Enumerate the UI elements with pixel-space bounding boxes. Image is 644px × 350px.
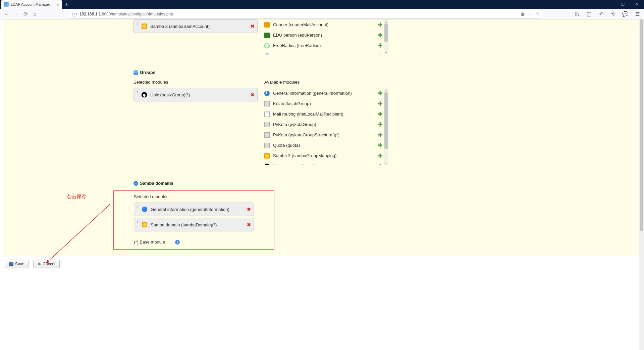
menu-icon[interactable]: ☰: [633, 9, 642, 19]
add-module-button[interactable]: ✚: [378, 32, 382, 38]
groups-available-module: Mail routing (inetLocalMailRecipient)✚: [264, 109, 382, 119]
drag-handle-icon[interactable]: ↕: [137, 22, 138, 25]
drag-handle-icon[interactable]: ↕: [137, 220, 139, 224]
tab-close-icon[interactable]: ×: [56, 2, 59, 7]
help-icon[interactable]: ?: [175, 240, 180, 245]
site-info-icon[interactable]: i: [72, 12, 77, 16]
new-tab-button[interactable]: +: [65, 1, 68, 7]
cancel-x-icon: ✖: [38, 262, 41, 266]
module-name: Quota (quota): [273, 143, 378, 148]
library-icon[interactable]: ⫴\: [572, 9, 582, 19]
add-module-button[interactable]: ✚: [378, 53, 382, 54]
scroll-up-icon[interactable]: ▴: [384, 19, 388, 24]
save-disk-icon: [9, 262, 13, 266]
window-maximize-button[interactable]: ❐: [616, 0, 630, 9]
samba-selected-module[interactable]: ↕Samba domain (sambaDomain)(*)✖: [134, 218, 254, 231]
remove-module-button[interactable]: ✖: [247, 207, 251, 212]
module-name: Unix (posixGroup)(*): [150, 92, 251, 97]
samba-title: Samba domains: [140, 181, 173, 186]
scroll-thumb[interactable]: [384, 92, 388, 149]
module-icon: [264, 43, 270, 48]
module-icon: [142, 92, 147, 97]
samba-highlight-box: Selected modules ↕General information (g…: [113, 190, 274, 250]
samba-selected-module[interactable]: ↕General information (generalInformation…: [134, 203, 254, 216]
add-module-button[interactable]: ✚: [378, 121, 382, 128]
drag-handle-icon[interactable]: ↕: [137, 90, 138, 94]
groups-selected-module[interactable]: ↕Unix (posixGroup)(*)✖: [133, 88, 258, 101]
browser-tab[interactable]: LDAP Account Manager Con ×: [1, 0, 62, 9]
module-icon: [264, 164, 270, 166]
drag-handle-icon[interactable]: ↕: [137, 205, 139, 208]
window-minimize-button[interactable]: —: [602, 0, 616, 9]
module-icon: [142, 24, 147, 29]
module-name: PyKota (pykotaGroupStructural)(*): [273, 132, 378, 137]
page-actions-icon[interactable]: ⋯: [528, 11, 532, 16]
page-scroll-thumb[interactable]: [640, 19, 643, 231]
window-close-button[interactable]: ✕: [630, 0, 644, 9]
add-module-button[interactable]: ✚: [378, 100, 382, 107]
page-scrollbar[interactable]: [639, 19, 644, 350]
add-module-button[interactable]: ✚: [378, 132, 382, 138]
groups-icon: [133, 70, 138, 75]
users-available-module: General information (generalInformation)…: [264, 51, 382, 54]
remove-module-button[interactable]: ✖: [247, 222, 251, 227]
module-name: FreeRadius (freeRadius): [273, 43, 378, 48]
module-icon: [264, 132, 270, 138]
tab-favicon: [4, 2, 9, 7]
undo-icon[interactable]: ↶: [596, 9, 606, 19]
scroll-thumb[interactable]: [384, 24, 388, 42]
browser-titlebar: LDAP Account Manager Con × + — ❐ ✕: [0, 0, 644, 9]
svg-line-0: [46, 204, 110, 263]
browser-toolbar: ← → ⟳ ⌂ i 192.168.1.1:8080/templates/con…: [0, 9, 644, 19]
scroll-down-icon[interactable]: ▾: [384, 161, 388, 165]
module-name: General information (generalInformation): [273, 53, 378, 54]
module-icon: [264, 101, 270, 106]
users-available-scrollbar[interactable]: ▴ ▾: [384, 19, 388, 54]
add-module-button[interactable]: ✚: [378, 21, 382, 28]
add-module-button[interactable]: ✚: [378, 111, 382, 117]
module-name: Samba 3 (sambaGroupMapping): [273, 153, 378, 158]
add-module-button[interactable]: ✚: [378, 163, 382, 165]
page-viewport: ↕Samba 3 (sambaSamAccount)✖ Courier (cou…: [0, 19, 644, 350]
add-module-button[interactable]: ✚: [378, 90, 382, 96]
groups-title: Groups: [140, 70, 155, 75]
sidebar-icon[interactable]: ◫: [584, 9, 594, 19]
module-name: Kolab (kolabGroup): [273, 101, 378, 106]
globe-icon: [133, 181, 138, 186]
users-available-module: EDU person (eduPerson)✚: [264, 30, 382, 40]
users-selected-module[interactable]: ↕Samba 3 (sambaSamAccount)✖: [133, 19, 258, 33]
qr-icon[interactable]: ▦: [521, 11, 525, 16]
sync-icon[interactable]: ⟲: [608, 9, 618, 19]
chat-icon[interactable]: 💬: [621, 9, 630, 19]
groups-section-header: Groups: [133, 69, 509, 76]
back-button[interactable]: ←: [2, 9, 11, 19]
groups-available-scrollbar[interactable]: ▴ ▾: [384, 88, 388, 165]
samba-selected-label: Selected modules: [134, 194, 254, 199]
bookmark-star-icon[interactable]: ☆: [536, 11, 540, 16]
module-name: Samba domain (sambaDomain)(*): [151, 222, 247, 227]
address-bar[interactable]: i 192.168.1.1:8080/templates/config/conf…: [70, 10, 542, 18]
scroll-up-icon[interactable]: ▴: [384, 88, 388, 92]
save-button[interactable]: Save: [5, 260, 29, 268]
module-icon: [142, 222, 147, 227]
add-module-button[interactable]: ✚: [378, 152, 382, 159]
home-button[interactable]: ⌂: [30, 9, 40, 19]
module-name: PyKota (pykotaGroup): [273, 122, 378, 127]
scroll-down-icon[interactable]: ▾: [384, 50, 388, 54]
groups-available-label: Available modules: [264, 80, 388, 85]
groups-available-module: Samba 3 (sambaGroupMapping)✚: [264, 150, 382, 161]
module-icon: [142, 207, 147, 212]
forward-button[interactable]: →: [11, 9, 21, 19]
cancel-button[interactable]: ✖ Cancel: [33, 260, 59, 268]
module-icon: [264, 91, 270, 96]
add-module-button[interactable]: ✚: [378, 142, 382, 148]
module-name: EDU person (eduPerson): [273, 33, 378, 38]
add-module-button[interactable]: ✚: [378, 42, 382, 49]
remove-module-button[interactable]: ✖: [251, 24, 255, 29]
reload-button[interactable]: ⟳: [21, 9, 30, 19]
remove-module-button[interactable]: ✖: [251, 92, 255, 97]
module-icon: [264, 153, 270, 159]
module-icon: [264, 122, 270, 127]
groups-available-module: PyKota (pykotaGroup)✚: [264, 119, 382, 130]
tab-title: LDAP Account Manager Con: [11, 2, 54, 6]
